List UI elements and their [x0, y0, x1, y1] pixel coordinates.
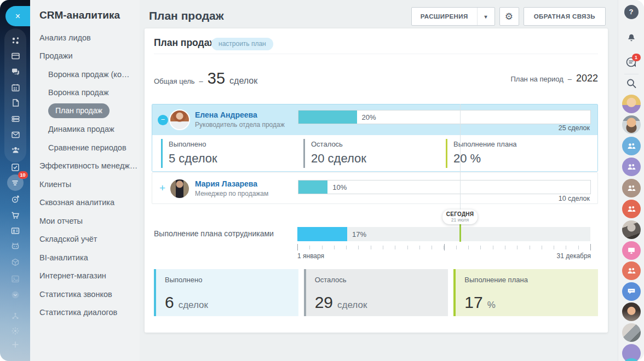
employee-row-elena: − Елена Андреева Руководитель отдела про…	[152, 104, 597, 135]
sidebar-item-warehouse[interactable]: Складской учёт	[30, 230, 140, 249]
settings-icon[interactable]	[10, 327, 20, 336]
sidebar-item-manager-efficiency[interactable]: Эффективность менедж…	[30, 157, 140, 176]
contact-center-icon[interactable]	[10, 226, 20, 236]
today-label: СЕГОДНЯ	[442, 211, 478, 217]
progress-fill	[297, 227, 347, 241]
sidebar-item-lead-analysis[interactable]: Анализ лидов	[30, 28, 140, 47]
collapse-button[interactable]: −	[158, 115, 168, 125]
sidebar-item-sales-dynamics[interactable]: Динамика продаж	[30, 120, 140, 139]
warehouse-icon[interactable]	[10, 258, 20, 267]
feedback-button[interactable]: ОБРАТНАЯ СВЯЗЬ	[524, 7, 606, 26]
major-tick-mid	[444, 244, 445, 251]
messenger-button[interactable]: 1	[625, 56, 638, 69]
group-avatar-blue[interactable]	[622, 137, 641, 155]
menu-close-button[interactable]: ×	[5, 6, 30, 26]
sidebar-item-sales[interactable]: Продажи	[30, 47, 140, 66]
goal-unit: сделок	[229, 76, 257, 86]
employee-group-elena: − Елена Андреева Руководитель отдела про…	[152, 104, 598, 172]
group-avatar-pink-screen[interactable]	[622, 241, 641, 260]
employee-name-link[interactable]: Мария Лазарева	[195, 179, 257, 188]
avatar-woman-photo-2[interactable]	[622, 302, 641, 321]
expand-button[interactable]: +	[159, 182, 165, 194]
group-avatar-purple[interactable]	[622, 158, 641, 176]
notifications-bell-icon[interactable]	[625, 33, 637, 44]
avatar-elena[interactable]	[169, 109, 190, 130]
group-icon	[626, 204, 636, 214]
sidebar-item-sales-plan-active[interactable]: План продаж	[30, 102, 140, 120]
extensions-button[interactable]: РАСШИРЕНИЯ ▾	[411, 7, 495, 26]
sidebar-item-period-comparison[interactable]: Сравнение периодов	[30, 138, 140, 157]
group-icon	[626, 141, 636, 151]
sidebar-item-sales-funnel-conversion[interactable]: Воронка продаж (ко…	[30, 65, 140, 84]
sidebar-item-clients[interactable]: Клиенты	[30, 175, 140, 194]
automation-icon[interactable]	[10, 312, 20, 321]
avatar-woman-blonde[interactable]	[622, 95, 641, 113]
sidebar-item-my-reports[interactable]: Мои отчеты	[30, 212, 140, 230]
online-store-icon[interactable]	[10, 211, 20, 220]
stat-done: Выполнено 5 сделок	[161, 139, 217, 168]
today-badge: СЕГОДНЯ 21 июля	[442, 209, 478, 224]
sidebar-item-call-statistics[interactable]: Статистика звонков	[30, 285, 140, 304]
avatar-office-photo[interactable]	[622, 323, 641, 342]
marketing-icon[interactable]	[10, 195, 20, 204]
goal-row: Общая цель – 35 сделок План на период – …	[154, 67, 598, 90]
major-tick-start	[297, 244, 298, 251]
search-icon[interactable]	[626, 78, 636, 89]
sidebar-item-online-store[interactable]: Интернет-магазин	[30, 267, 140, 286]
employee-name-link[interactable]: Елена Андреева	[195, 110, 257, 119]
crm-analytics-sidebar: CRM-аналитика Анализ лидов Продажи Ворон…	[30, 0, 140, 361]
settings-button[interactable]: ⚙	[499, 7, 519, 26]
ai-assistant-icon[interactable]	[10, 242, 20, 251]
sidebar-item-bi-analytics[interactable]: BI-аналитика	[30, 248, 140, 267]
crm-icon[interactable]: 10	[7, 174, 24, 191]
documents-icon[interactable]	[11, 98, 20, 108]
sidebar-item-sales-funnel[interactable]: Воронка продаж	[30, 84, 140, 102]
group-avatar-brown[interactable]	[622, 179, 641, 197]
screen-icon	[626, 246, 636, 255]
timeline-end-label: 31 декабря	[557, 252, 591, 260]
minus-icon: −	[161, 115, 165, 124]
crm-counter-badge: 10	[18, 171, 28, 179]
group-avatar-chat[interactable]	[622, 282, 641, 301]
left-nav-rail: × 10	[0, 0, 30, 361]
summary-card-remaining: Осталось 29сделок	[304, 269, 449, 316]
timeline-start-label: 1 января	[297, 252, 324, 260]
avatar-maria[interactable]	[169, 178, 190, 199]
employee-deals-total: 25 сделок	[559, 124, 590, 132]
period-dash: –	[568, 75, 572, 83]
mail-icon[interactable]	[11, 130, 20, 139]
gallery-icon[interactable]	[10, 275, 20, 284]
messenger-icon[interactable]	[11, 67, 20, 77]
group-icon	[626, 162, 636, 172]
add-icon[interactable]	[10, 340, 20, 350]
configure-plan-chip[interactable]: настроить план	[211, 38, 273, 50]
drive-icon[interactable]	[11, 114, 20, 124]
summary-cards: Выполнено 6сделок Осталось 29сделок Выпо…	[154, 269, 598, 316]
help-button[interactable]: ?	[624, 5, 639, 19]
stat-remaining: Осталось 20 сделок	[303, 139, 366, 168]
tasks-icon[interactable]	[10, 163, 20, 172]
page-title: План продаж	[149, 9, 224, 22]
progress-label: 17%	[352, 230, 366, 238]
card-header-divider	[154, 54, 598, 54]
period-value: 2022	[576, 73, 598, 84]
employee-progress-bar: 20%	[298, 110, 591, 124]
team-progress-bar: 17%	[297, 227, 590, 241]
workspace-icon[interactable]	[11, 51, 20, 61]
employees-icon[interactable]	[11, 145, 20, 155]
chevron-down-icon[interactable]	[10, 290, 20, 300]
avatar-woman-photo[interactable]	[622, 220, 641, 239]
timeline-ruler	[297, 244, 591, 251]
today-guide-line	[460, 104, 461, 223]
sidebar-item-end-to-end-analytics[interactable]: Сквозная аналитика	[30, 194, 140, 212]
sidebar-item-dialog-statistics[interactable]: Статистика диалогов	[30, 304, 140, 322]
group-avatar-red[interactable]	[622, 200, 641, 218]
chat-bubble-icon	[626, 287, 636, 296]
goal-dash: –	[199, 77, 203, 85]
group-avatar-orange[interactable]	[622, 261, 641, 280]
extensions-dropdown-caret[interactable]: ▾	[477, 8, 495, 25]
calendar-icon[interactable]	[11, 83, 20, 92]
avatar-man-beard[interactable]	[622, 115, 641, 134]
live-feed-icon[interactable]	[11, 36, 20, 45]
progress-label: 10%	[332, 183, 347, 191]
